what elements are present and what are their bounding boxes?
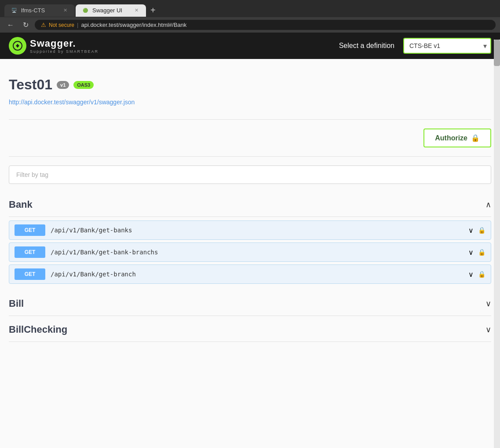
main-content: Test01 v1 OAS3 http://api.docker.test/sw… [0, 59, 500, 448]
endpoint-path: /api/v1/Bank/get-banks [51, 227, 463, 234]
tab-swagger[interactable]: 🟢 Swagger UI ✕ [76, 4, 146, 17]
badge-oas3: OAS3 [73, 81, 94, 89]
method-badge-get: GET [15, 224, 45, 236]
api-group-bank-title: Bank [9, 199, 33, 210]
bank-endpoints-list: GET /api/v1/Bank/get-banks ∨ 🔒 GET /api/… [9, 217, 491, 290]
refresh-button[interactable]: ↻ [20, 20, 31, 30]
back-button[interactable]: ← [4, 20, 17, 30]
lock-icon: 🔒 [478, 249, 485, 256]
title-section: Test01 v1 OAS3 http://api.docker.test/sw… [9, 72, 491, 120]
swagger-title: Swagger. [30, 38, 99, 49]
tab-lfms-close[interactable]: ✕ [62, 7, 69, 14]
definition-select-wrapper[interactable]: CTS-BE v1 ▾ [403, 38, 491, 54]
api-group-bank-header[interactable]: Bank ∧ [9, 193, 491, 217]
new-tab-button[interactable]: + [147, 4, 159, 17]
badge-v1: v1 [57, 81, 69, 89]
swagger-subtitle: Supported by SMARTBEAR [30, 49, 99, 54]
authorize-label: Authorize [435, 134, 467, 142]
authorize-button[interactable]: Authorize 🔒 [423, 129, 491, 147]
api-group-bill-title: Bill [9, 298, 24, 309]
endpoint-row[interactable]: GET /api/v1/Bank/get-bank-branchs ∨ 🔒 [9, 242, 491, 262]
filter-section [9, 157, 491, 193]
api-title: Test01 [9, 77, 52, 93]
tab-swagger-label: Swagger UI [92, 7, 122, 14]
swagger-text: Swagger. Supported by SMARTBEAR [30, 38, 99, 54]
api-title-row: Test01 v1 OAS3 [9, 77, 491, 93]
endpoint-row[interactable]: GET /api/v1/Bank/get-branch ∨ 🔒 [9, 264, 491, 284]
tab-swagger-favicon: 🟢 [82, 7, 89, 14]
api-url-link[interactable]: http://api.docker.test/swagger/v1/swagge… [9, 99, 135, 106]
api-group-billchecking-header[interactable]: BillChecking ∨ [9, 318, 491, 342]
authorize-section: Authorize 🔒 [9, 120, 491, 157]
swagger-logo: Swagger. Supported by SMARTBEAR [9, 37, 99, 55]
api-group-billchecking-title: BillChecking [9, 324, 67, 335]
tab-lfms-favicon: 🖥️ [11, 7, 18, 14]
chevron-down-icon: ∨ [485, 299, 491, 308]
tab-lfms[interactable]: 🖥️ lfms-CTS ✕ [4, 4, 75, 17]
endpoint-actions: ∨ 🔒 [468, 226, 485, 235]
browser-chrome: 🖥️ lfms-CTS ✕ 🟢 Swagger UI ✕ + ← ↻ ⚠ Not… [0, 0, 500, 33]
not-secure-text: Not secure [49, 22, 74, 28]
method-badge-get: GET [15, 246, 45, 258]
chevron-down-icon: ∨ [468, 270, 474, 279]
api-group-bill-header[interactable]: Bill ∨ [9, 292, 491, 316]
chevron-down-icon: ∨ [468, 248, 474, 257]
endpoint-path: /api/v1/Bank/get-branch [51, 271, 463, 278]
definition-select[interactable]: CTS-BE v1 [403, 38, 491, 54]
lock-icon: 🔒 [471, 134, 480, 142]
filter-input[interactable] [9, 165, 491, 184]
chevron-up-icon: ∧ [485, 200, 491, 209]
address-bar[interactable]: ⚠ Not secure | api.docker.test/swagger/i… [35, 20, 496, 30]
lock-icon: 🔒 [478, 271, 485, 278]
select-definition-label: Select a definition [339, 42, 394, 50]
url-separator: | [77, 22, 78, 28]
endpoint-row[interactable]: GET /api/v1/Bank/get-banks ∨ 🔒 [9, 220, 491, 240]
api-group-bank: Bank ∧ GET /api/v1/Bank/get-banks ∨ 🔒 GE… [9, 193, 491, 290]
lock-icon: 🔒 [478, 227, 485, 234]
endpoint-actions: ∨ 🔒 [468, 270, 485, 279]
method-badge-get: GET [15, 268, 45, 280]
api-groups-container: Bank ∧ GET /api/v1/Bank/get-banks ∨ 🔒 GE… [9, 193, 491, 342]
swagger-logo-icon [9, 37, 26, 55]
api-group-billchecking: BillChecking ∨ [9, 318, 491, 342]
api-group-bill: Bill ∨ [9, 292, 491, 316]
scrollbar-thumb[interactable] [494, 40, 500, 66]
swagger-header: Swagger. Supported by SMARTBEAR Select a… [0, 33, 500, 59]
chevron-down-icon: ∨ [485, 325, 491, 334]
chevron-down-icon: ∨ [468, 226, 474, 235]
endpoint-path: /api/v1/Bank/get-bank-branchs [51, 249, 463, 256]
tab-lfms-label: lfms-CTS [21, 7, 45, 14]
security-warning-icon: ⚠ [41, 22, 46, 28]
url-text: api.docker.test/swagger/index.html#/Bank [81, 22, 186, 28]
scrollbar-track[interactable] [494, 40, 500, 448]
tab-swagger-close[interactable]: ✕ [133, 7, 140, 14]
endpoint-actions: ∨ 🔒 [468, 248, 485, 257]
